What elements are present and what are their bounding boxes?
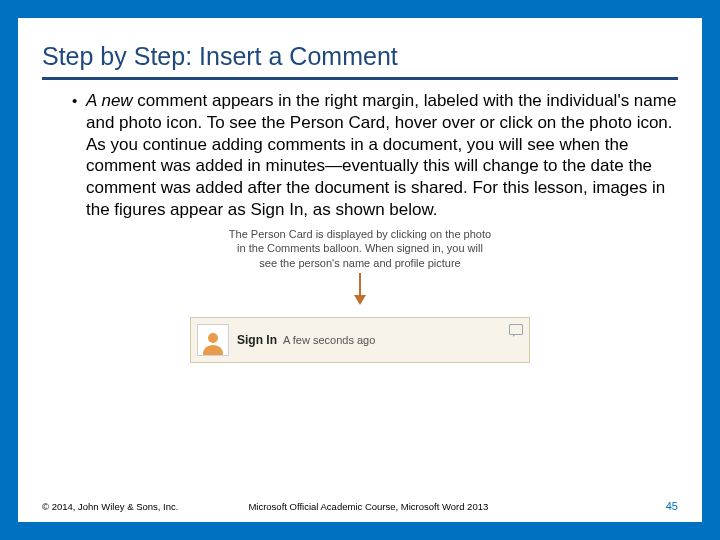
slide-content: Step by Step: Insert a Comment • A new c… — [18, 18, 702, 522]
callout-arrow — [42, 273, 678, 309]
svg-marker-1 — [354, 295, 366, 305]
title-underline — [42, 77, 678, 80]
avatar-placeholder — [197, 324, 229, 356]
comment-balloon: Sign In A few seconds ago — [190, 317, 530, 363]
callout-block: The Person Card is displayed by clicking… — [42, 227, 678, 310]
callout-line-3: see the person's name and profile pictur… — [229, 256, 491, 271]
footer-page-number: 45 — [666, 500, 678, 512]
person-icon — [200, 329, 226, 355]
body-paragraph: • A new comment appears in the right mar… — [42, 90, 678, 221]
balloon-text: Sign In A few seconds ago — [237, 333, 375, 347]
callout-line-2: in the Comments balloon. When signed in,… — [229, 241, 491, 256]
body-italic-lead: A new — [86, 91, 133, 110]
balloon-timestamp: A few seconds ago — [283, 334, 375, 346]
footer-copyright: © 2014, John Wiley & Sons, Inc. — [42, 501, 178, 512]
slide-frame: Step by Step: Insert a Comment • A new c… — [0, 0, 720, 540]
comment-balloon-wrap: Sign In A few seconds ago — [42, 317, 678, 363]
slide-footer: © 2014, John Wiley & Sons, Inc. Microsof… — [42, 500, 678, 512]
svg-point-2 — [208, 333, 218, 343]
slide-title: Step by Step: Insert a Comment — [42, 38, 678, 77]
callout-text: The Person Card is displayed by clicking… — [229, 227, 491, 272]
callout-line-1: The Person Card is displayed by clicking… — [229, 227, 491, 242]
body-text: A new comment appears in the right margi… — [86, 90, 678, 221]
footer-course: Microsoft Official Academic Course, Micr… — [178, 501, 665, 512]
body-rest: comment appears in the right margin, lab… — [86, 91, 676, 219]
bullet-icon: • — [72, 90, 86, 221]
reply-icon — [509, 324, 523, 335]
balloon-author: Sign In — [237, 333, 277, 347]
